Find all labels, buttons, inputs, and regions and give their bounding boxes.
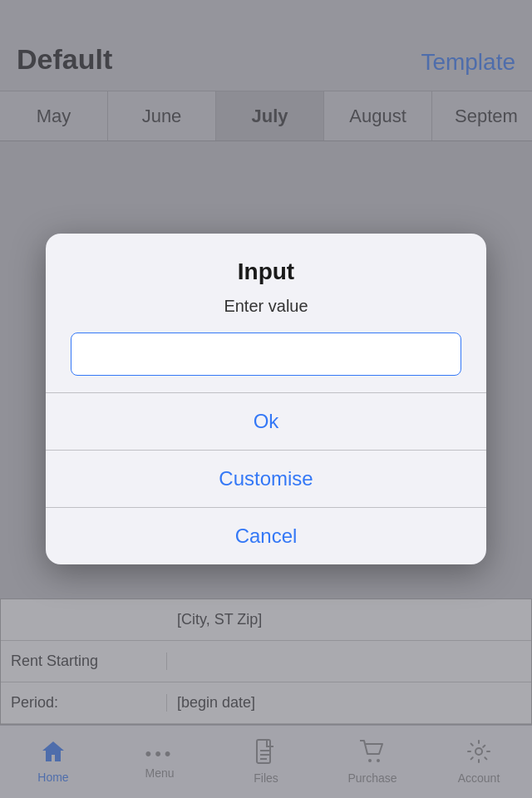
ok-button[interactable]: Ok [46, 392, 486, 450]
customise-button[interactable]: Customise [46, 450, 486, 507]
cancel-button[interactable]: Cancel [46, 507, 486, 564]
dialog-buttons: Ok Customise Cancel [46, 392, 486, 564]
value-input[interactable] [71, 332, 461, 376]
dialog-overlay: Input Enter value Ok Customise Cancel [0, 0, 532, 798]
dialog-title: Input [238, 259, 294, 285]
dialog-subtitle: Enter value [224, 297, 308, 316]
dialog-body: Input Enter value [46, 234, 486, 392]
input-dialog: Input Enter value Ok Customise Cancel [46, 234, 486, 564]
